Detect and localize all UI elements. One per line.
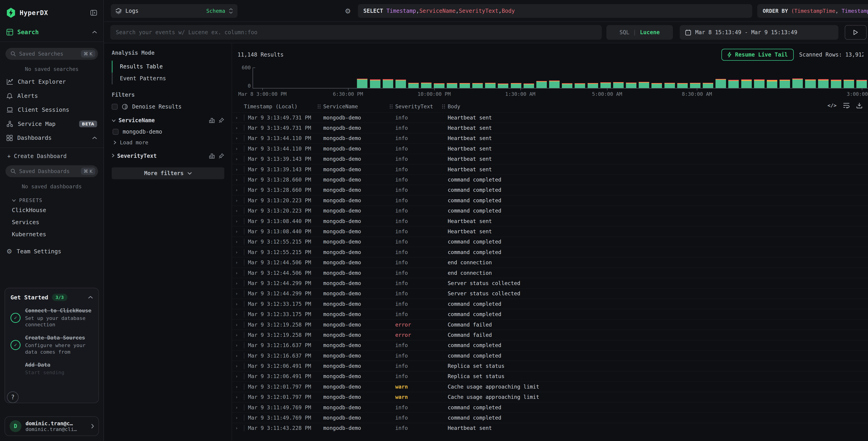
expand-row-icon[interactable]: › bbox=[232, 229, 244, 234]
mode-event-patterns[interactable]: Event Patterns bbox=[112, 72, 224, 84]
histogram-bar[interactable] bbox=[484, 83, 497, 88]
histogram-bar[interactable] bbox=[753, 79, 766, 88]
expand-row-icon[interactable]: › bbox=[232, 218, 244, 224]
expand-row-icon[interactable]: › bbox=[232, 312, 244, 317]
expand-row-icon[interactable]: › bbox=[232, 115, 244, 120]
histogram-bar[interactable] bbox=[804, 79, 817, 88]
histogram-bar[interactable] bbox=[676, 83, 689, 88]
run-query-button[interactable] bbox=[845, 25, 867, 40]
histogram-bar[interactable] bbox=[663, 83, 676, 88]
bar-chart-icon[interactable] bbox=[209, 153, 215, 159]
user-menu[interactable]: D dominic.tran@c… dominic.tran@cli… bbox=[5, 416, 99, 436]
histogram-bar[interactable] bbox=[522, 84, 535, 88]
histogram-bar[interactable] bbox=[509, 83, 522, 88]
source-select[interactable]: Logs Schema bbox=[111, 4, 238, 18]
sql-toggle[interactable]: SQL bbox=[620, 29, 629, 36]
table-row[interactable]: › Mar 9 3:12:01.797 PM mongodb-demo warn… bbox=[232, 381, 868, 391]
col-severitytext[interactable]: SeverityText bbox=[395, 104, 448, 110]
denoise-results-toggle[interactable]: Denoise Results bbox=[112, 104, 224, 110]
select-query-input[interactable]: SELECT Timestamp,ServiceName,SeverityTex… bbox=[358, 4, 752, 18]
expand-row-icon[interactable]: › bbox=[232, 374, 244, 379]
histogram-bar[interactable] bbox=[625, 83, 638, 88]
table-row[interactable]: › Mar 9 3:12:06.491 PM mongodb-demo info… bbox=[232, 371, 868, 381]
expand-row-icon[interactable]: › bbox=[232, 363, 244, 369]
sidebar-item-chart-explorer[interactable]: Chart Explorer bbox=[0, 75, 103, 89]
sidebar-item-alerts[interactable]: Alerts bbox=[0, 89, 103, 103]
expand-row-icon[interactable]: › bbox=[232, 384, 244, 389]
filter-group-servicename[interactable]: ServiceName bbox=[112, 117, 224, 124]
wrap-text-icon[interactable] bbox=[843, 102, 850, 108]
expand-row-icon[interactable]: › bbox=[232, 270, 244, 276]
preset-dashboard-item[interactable]: ClickHouse bbox=[0, 204, 103, 216]
table-row[interactable]: › Mar 9 3:11:49.769 PM mongodb-demo info… bbox=[232, 412, 868, 422]
lucene-toggle[interactable]: Lucene bbox=[640, 29, 660, 36]
preset-dashboard-item[interactable]: Services bbox=[0, 216, 103, 228]
resume-live-tail-button[interactable]: Resume Live Tail bbox=[721, 49, 794, 61]
expand-row-icon[interactable]: › bbox=[232, 301, 244, 307]
table-row[interactable]: › Mar 9 3:13:28.660 PM mongodb-demo info… bbox=[232, 185, 868, 195]
expand-row-icon[interactable]: › bbox=[232, 136, 244, 141]
histogram-bar[interactable] bbox=[599, 82, 612, 88]
table-row[interactable]: › Mar 9 3:12:55.215 PM mongodb-demo info… bbox=[232, 236, 868, 247]
table-row[interactable]: › Mar 9 3:12:19.258 PM mongodb-demo erro… bbox=[232, 329, 868, 340]
sidebar-item-client-sessions[interactable]: Client Sessions bbox=[0, 103, 103, 117]
more-filters-button[interactable]: More filters bbox=[112, 167, 224, 179]
histogram-bar[interactable] bbox=[561, 83, 574, 88]
drag-handle-icon[interactable] bbox=[317, 104, 321, 109]
histogram-bar[interactable] bbox=[766, 80, 778, 88]
table-row[interactable]: › Mar 9 3:13:49.731 PM mongodb-demo info… bbox=[232, 112, 868, 122]
table-row[interactable]: › Mar 9 3:12:44.299 PM mongodb-demo info… bbox=[232, 278, 868, 288]
histogram-bar[interactable] bbox=[638, 82, 650, 88]
expand-row-icon[interactable]: › bbox=[232, 156, 244, 162]
histogram-bar[interactable] bbox=[830, 80, 842, 88]
mode-results-table[interactable]: Results Table bbox=[112, 61, 224, 72]
sidebar-item-dashboards[interactable]: Dashboards bbox=[0, 131, 103, 145]
histogram-bar[interactable] bbox=[356, 79, 369, 88]
histogram-bar[interactable] bbox=[433, 83, 445, 88]
events-histogram[interactable]: 600 0 Mar 8 3:00:00 PM6:30:00 PM10:00:00… bbox=[232, 62, 868, 97]
histogram-bar[interactable] bbox=[612, 82, 625, 88]
expand-row-icon[interactable]: › bbox=[232, 353, 244, 358]
table-row[interactable]: › Mar 9 3:12:44.299 PM mongodb-demo info… bbox=[232, 288, 868, 298]
event-search-input[interactable]: Search your events w/ Lucene ex. column:… bbox=[110, 25, 602, 40]
create-dashboard-button[interactable]: + Create Dashboard bbox=[0, 148, 103, 159]
histogram-bar[interactable] bbox=[650, 83, 663, 88]
col-body[interactable]: Body bbox=[448, 104, 868, 110]
col-timestamp[interactable]: Timestamp (Local) bbox=[244, 104, 323, 110]
histogram-bar[interactable] bbox=[574, 83, 586, 88]
table-row[interactable]: › Mar 9 3:13:08.440 PM mongodb-demo info… bbox=[232, 216, 868, 226]
histogram-bar[interactable] bbox=[535, 81, 548, 88]
load-more-button[interactable]: Load more bbox=[114, 140, 224, 145]
histogram-bar[interactable] bbox=[778, 80, 791, 88]
table-row[interactable]: › Mar 9 3:12:16.637 PM mongodb-demo info… bbox=[232, 340, 868, 350]
expand-row-icon[interactable]: › bbox=[232, 198, 244, 203]
expand-row-icon[interactable]: › bbox=[232, 177, 244, 182]
expand-row-icon[interactable]: › bbox=[232, 425, 244, 431]
preset-dashboard-item[interactable]: Kubernetes bbox=[0, 228, 103, 240]
table-row[interactable]: › Mar 9 3:13:39.143 PM mongodb-demo info… bbox=[232, 164, 868, 174]
table-row[interactable]: › Mar 9 3:13:44.110 PM mongodb-demo info… bbox=[232, 143, 868, 153]
table-row[interactable]: › Mar 9 3:12:01.797 PM mongodb-demo warn… bbox=[232, 392, 868, 402]
expand-row-icon[interactable]: › bbox=[232, 187, 244, 193]
table-row[interactable]: › Mar 9 3:12:33.175 PM mongodb-demo info… bbox=[232, 298, 868, 309]
pin-icon[interactable] bbox=[218, 117, 224, 123]
order-by-input[interactable]: ORDER BY (TimestampTime, Timestamp) DESC bbox=[757, 4, 868, 18]
expand-row-icon[interactable]: › bbox=[232, 405, 244, 410]
chevron-up-icon[interactable] bbox=[92, 31, 97, 33]
table-row[interactable]: › Mar 9 3:12:55.215 PM mongodb-demo info… bbox=[232, 247, 868, 257]
table-row[interactable]: › Mar 9 3:12:06.491 PM mongodb-demo info… bbox=[232, 360, 868, 371]
table-row[interactable]: › Mar 9 3:11:49.769 PM mongodb-demo info… bbox=[232, 402, 868, 412]
expand-row-icon[interactable]: › bbox=[232, 208, 244, 213]
bar-chart-icon[interactable] bbox=[209, 117, 215, 123]
saved-dashboards-input[interactable]: Saved Dashboards ⌘ K bbox=[5, 165, 98, 177]
table-row[interactable]: › Mar 9 3:12:19.258 PM mongodb-demo erro… bbox=[232, 319, 868, 329]
expand-row-icon[interactable]: › bbox=[232, 332, 244, 338]
table-row[interactable]: › Mar 9 3:13:49.731 PM mongodb-demo info… bbox=[232, 122, 868, 133]
expand-row-icon[interactable]: › bbox=[232, 343, 244, 348]
denoise-checkbox[interactable] bbox=[112, 104, 118, 110]
histogram-bar[interactable] bbox=[394, 80, 407, 88]
pin-icon[interactable] bbox=[218, 153, 224, 159]
sidebar-item-team-settings[interactable]: ⚙ Team Settings bbox=[0, 240, 103, 262]
help-button[interactable]: ? bbox=[7, 391, 19, 403]
expand-row-icon[interactable]: › bbox=[232, 167, 244, 172]
